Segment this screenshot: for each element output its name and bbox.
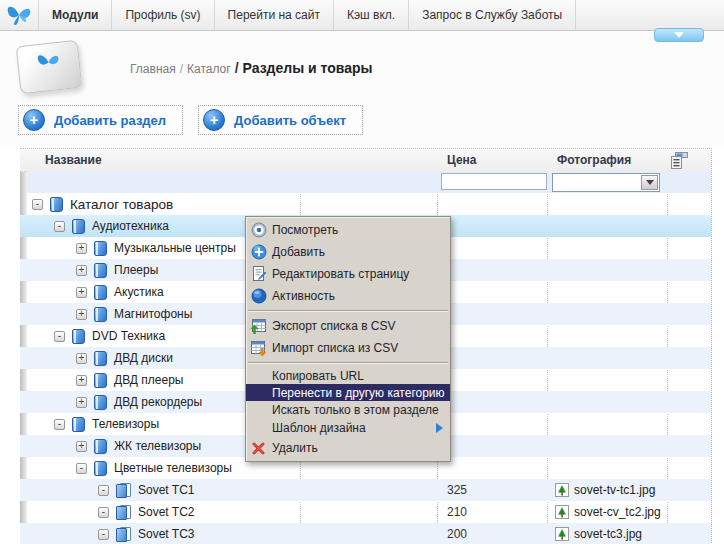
expand-plus-icon[interactable]: [76, 353, 87, 364]
menu-item[interactable]: Искать только в этом разделе: [246, 401, 450, 418]
menu-separator: [248, 310, 448, 312]
collapse-minus-icon[interactable]: [54, 331, 65, 342]
expand-plus-icon[interactable]: [76, 375, 87, 386]
category-folder-icon: [72, 329, 85, 344]
name-cell: Аудиотехника: [27, 215, 169, 237]
name-cell: Sovet TC1: [27, 479, 194, 501]
collapse-minus-icon[interactable]: [76, 463, 87, 474]
name-cell: Телевизоры: [27, 413, 159, 435]
menu-item[interactable]: Экспорт списка в CSV: [246, 315, 450, 337]
name-cell: ДВД плееры: [27, 369, 183, 391]
menu-item-label: Редактировать страницу: [272, 267, 409, 281]
category-folder-icon: [94, 241, 107, 256]
collapse-minus-icon[interactable]: [32, 199, 43, 210]
row-label[interactable]: Магнитофоны: [114, 307, 192, 321]
image-thumbnail-icon: [555, 483, 569, 497]
top-nav: МодулиПрофиль (sv)Перейти на сайтКэш вкл…: [0, 0, 724, 31]
row-label[interactable]: Акустика: [114, 285, 164, 299]
nav-item-4[interactable]: Запрос в Службу Заботы: [409, 0, 576, 30]
row-label[interactable]: Музыкальные центры: [114, 241, 236, 255]
photo-cell: sovet-cv_tc2.jpg: [555, 501, 661, 523]
table-row[interactable]: Sovet TC3200sovet-tc3.jpg: [20, 523, 711, 544]
row-label[interactable]: DVD Техника: [92, 329, 165, 343]
row-label[interactable]: Sovet TC2: [138, 505, 194, 519]
nav-item-1[interactable]: Профиль (sv): [112, 0, 214, 30]
nav-item-2[interactable]: Перейти на сайт: [215, 0, 334, 30]
collapse-minus-icon[interactable]: [98, 485, 109, 496]
admin-catalog-screen: МодулиПрофиль (sv)Перейти на сайтКэш вкл…: [0, 0, 724, 544]
menu-item[interactable]: Копировать URL: [246, 367, 450, 384]
table-row[interactable]: Sovet TC1325sovet-tv-tc1.jpg: [20, 479, 711, 501]
expand-plus-icon[interactable]: [76, 309, 87, 320]
add-section-button[interactable]: + Добавить раздел: [18, 105, 183, 135]
price-filter-input[interactable]: [441, 173, 547, 190]
name-cell: Sovet TC2: [27, 501, 194, 523]
column-header-photo[interactable]: Фотография: [557, 149, 631, 171]
dropdown-button[interactable]: [641, 175, 658, 190]
expand-plus-icon[interactable]: [76, 397, 87, 408]
category-folder-icon: [94, 395, 107, 410]
row-label[interactable]: ДВД рекордеры: [114, 395, 202, 409]
category-folder-icon: [94, 461, 107, 476]
price-cell: 210: [447, 501, 467, 523]
expand-plus-icon[interactable]: [76, 441, 87, 452]
menu-item[interactable]: Добавить: [246, 241, 450, 263]
breadcrumb-separator: /: [176, 62, 187, 76]
nav-item-0[interactable]: Модули: [39, 0, 112, 30]
breadcrumb-home-link[interactable]: Главная: [130, 62, 176, 76]
menu-item[interactable]: Активность: [246, 285, 450, 307]
menu-item-label: Экспорт списка в CSV: [272, 319, 396, 333]
butterfly-logo-icon: [6, 4, 32, 26]
chevron-down-icon: [674, 32, 684, 38]
category-folder-icon: [72, 417, 85, 432]
menu-item[interactable]: Посмотреть: [246, 219, 450, 241]
row-label[interactable]: ЖК телевизоры: [114, 439, 201, 453]
row-label[interactable]: Каталог товаров: [70, 197, 173, 212]
nav-items: МодулиПрофиль (sv)Перейти на сайтКэш вкл…: [39, 0, 576, 30]
menu-item[interactable]: Импорт списка из CSV: [246, 337, 450, 359]
nav-item-3[interactable]: Кэш вкл.: [334, 0, 409, 30]
menu-item-label: Посмотреть: [272, 223, 338, 237]
collapse-header-button[interactable]: [654, 28, 704, 42]
collapse-minus-icon[interactable]: [98, 529, 109, 540]
menu-item[interactable]: Шаблон дизайна: [246, 418, 450, 437]
view-icon: [250, 222, 267, 239]
column-header-name[interactable]: Название: [45, 149, 102, 171]
menu-item[interactable]: Удалить: [246, 437, 450, 459]
photo-filter-select[interactable]: [552, 173, 660, 192]
expand-plus-icon[interactable]: [76, 265, 87, 276]
name-cell: Акустика: [27, 281, 164, 303]
table-row[interactable]: Каталог товаров: [20, 193, 711, 215]
row-label[interactable]: Sovet TC3: [138, 527, 194, 541]
row-label[interactable]: Плееры: [114, 263, 158, 277]
row-label[interactable]: Цветные телевизоры: [114, 461, 232, 475]
name-cell: ДВД диски: [27, 347, 173, 369]
collapse-minus-icon[interactable]: [54, 221, 65, 232]
expand-plus-icon[interactable]: [76, 243, 87, 254]
content-header: Главная/Каталог/Разделы и товары + Добав…: [0, 31, 724, 145]
name-cell: Плееры: [27, 259, 158, 281]
row-label[interactable]: ДВД диски: [114, 351, 173, 365]
add-object-button[interactable]: + Добавить объект: [198, 105, 363, 135]
column-settings-icon[interactable]: [671, 152, 688, 172]
product-pages-icon: [116, 505, 131, 520]
category-folder-icon: [94, 439, 107, 454]
photo-cell: sovet-tv-tc1.jpg: [555, 479, 655, 501]
row-label[interactable]: Телевизоры: [92, 417, 159, 431]
table-row[interactable]: Sovet TC2210sovet-cv_tc2.jpg: [20, 501, 711, 523]
menu-item[interactable]: Редактировать страницу: [246, 263, 450, 285]
category-folder-icon: [50, 197, 63, 212]
expand-plus-icon[interactable]: [76, 287, 87, 298]
menu-item[interactable]: Перенести в другую категорию: [246, 384, 450, 401]
collapse-minus-icon[interactable]: [54, 419, 65, 430]
edit-page-icon: [250, 266, 267, 283]
column-header-price[interactable]: Цена: [447, 149, 477, 171]
collapse-minus-icon[interactable]: [98, 507, 109, 518]
product-pages-icon: [116, 483, 131, 498]
category-folder-icon: [94, 307, 107, 322]
row-label[interactable]: ДВД плееры: [114, 373, 183, 387]
breadcrumb-catalog-link[interactable]: Каталог: [187, 62, 231, 76]
name-cell: Музыкальные центры: [27, 237, 236, 259]
row-label[interactable]: Sovet TC1: [138, 483, 194, 497]
row-label[interactable]: Аудиотехника: [92, 219, 169, 233]
